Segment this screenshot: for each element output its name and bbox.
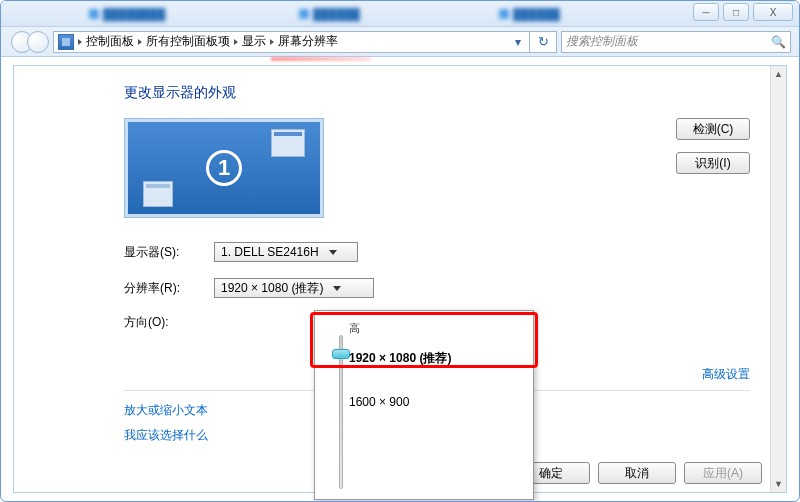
advanced-settings-link[interactable]: 高级设置 bbox=[702, 366, 750, 383]
resolution-slider-thumb[interactable] bbox=[332, 349, 350, 359]
window-thumb-icon bbox=[143, 181, 173, 207]
chevron-down-icon bbox=[329, 250, 337, 255]
resolution-value: 1920 × 1080 (推荐) bbox=[221, 280, 323, 297]
browser-tab: ████████ bbox=[81, 4, 173, 24]
blur-artifact bbox=[271, 57, 371, 61]
detect-button[interactable]: 检测(C) bbox=[676, 118, 750, 140]
display-combo[interactable]: 1. DELL SE2416H bbox=[214, 242, 358, 262]
resolution-popup: 高 1920 × 1080 (推荐) 1600 × 900 bbox=[314, 310, 534, 500]
browser-tab: ██████ bbox=[291, 4, 368, 24]
resolution-combo[interactable]: 1920 × 1080 (推荐) bbox=[214, 278, 374, 298]
orientation-label: 方向(O): bbox=[124, 314, 196, 331]
refresh-icon: ↻ bbox=[538, 34, 549, 49]
window-thumb-icon bbox=[271, 129, 305, 157]
maximize-button[interactable]: □ bbox=[723, 3, 749, 21]
chevron-right-icon bbox=[270, 39, 274, 45]
refresh-button[interactable]: ↻ bbox=[529, 31, 557, 53]
monitor-number-badge: 1 bbox=[206, 150, 242, 186]
apply-button[interactable]: 应用(A) bbox=[684, 462, 762, 484]
chevron-right-icon bbox=[234, 39, 238, 45]
chevron-down-icon bbox=[333, 286, 341, 291]
display-value: 1. DELL SE2416H bbox=[221, 245, 319, 259]
chevron-right-icon bbox=[78, 39, 82, 45]
resolution-option[interactable]: 1920 × 1080 (推荐) bbox=[349, 350, 519, 367]
breadcrumb[interactable]: 控制面板 所有控制面板项 显示 屏幕分辨率 ▾ bbox=[53, 31, 530, 53]
cancel-button[interactable]: 取消 bbox=[598, 462, 676, 484]
nav-back-forward[interactable] bbox=[1, 27, 53, 57]
slider-high-label: 高 bbox=[349, 321, 519, 336]
page-title: 更改显示器的外观 bbox=[124, 84, 750, 102]
minimize-button[interactable]: ─ bbox=[693, 3, 719, 21]
crumb-item[interactable]: 控制面板 bbox=[86, 33, 134, 50]
content-panel: 更改显示器的外观 1 检测(C) 识别(I) 显示器(S): 1. DELL S… bbox=[13, 65, 787, 493]
forward-icon bbox=[27, 31, 49, 53]
crumb-item[interactable]: 显示 bbox=[242, 33, 266, 50]
magnify-link[interactable]: 放大或缩小文本 bbox=[124, 402, 208, 419]
chevron-down-icon[interactable]: ▾ bbox=[511, 35, 525, 49]
resolution-option[interactable]: 1600 × 900 bbox=[349, 395, 519, 409]
close-button[interactable]: X bbox=[753, 3, 793, 21]
control-panel-icon bbox=[58, 34, 74, 50]
scrollbar[interactable]: ▲ ▼ bbox=[770, 66, 786, 492]
chevron-right-icon bbox=[138, 39, 142, 45]
help-link[interactable]: 我应该选择什么 bbox=[124, 427, 208, 444]
titlebar: ████████ ██████ ██████ ─ □ X bbox=[1, 1, 799, 27]
search-input[interactable]: 搜索控制面板 🔍 bbox=[561, 31, 791, 53]
search-icon: 🔍 bbox=[771, 35, 786, 49]
display-label: 显示器(S): bbox=[124, 244, 196, 261]
scroll-down-icon[interactable]: ▼ bbox=[771, 476, 786, 492]
identify-button[interactable]: 识别(I) bbox=[676, 152, 750, 174]
crumb-item[interactable]: 所有控制面板项 bbox=[146, 33, 230, 50]
window-controls: ─ □ X bbox=[693, 3, 793, 21]
footer-buttons: 确定 取消 应用(A) bbox=[512, 462, 762, 484]
resolution-label: 分辨率(R): bbox=[124, 280, 196, 297]
browser-tab: ██████ bbox=[491, 4, 568, 24]
address-row: 控制面板 所有控制面板项 显示 屏幕分辨率 ▾ ↻ 搜索控制面板 🔍 bbox=[1, 27, 799, 57]
crumb-item[interactable]: 屏幕分辨率 bbox=[278, 33, 338, 50]
monitor-preview[interactable]: 1 bbox=[124, 118, 324, 218]
scroll-up-icon[interactable]: ▲ bbox=[771, 66, 786, 82]
search-placeholder: 搜索控制面板 bbox=[566, 33, 638, 50]
